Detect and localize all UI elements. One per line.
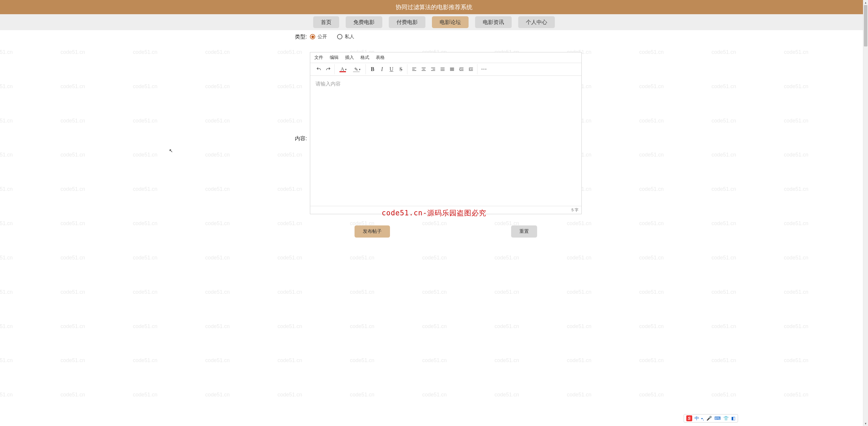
watermark-text: code51.cn — [639, 255, 664, 261]
scroll-down-button[interactable]: ▼ — [863, 421, 868, 426]
editor-toolbar: A▾✎▾BIUS··· — [310, 63, 582, 76]
watermark-text: code51.cn — [133, 358, 157, 364]
strike-button[interactable]: S — [397, 65, 405, 74]
toolbar-group-1: A▾✎▾ — [335, 64, 366, 74]
align-justify-button[interactable] — [438, 65, 447, 74]
ime-item-0[interactable]: 中 — [694, 416, 699, 421]
watermark-text: code51.cn — [61, 152, 85, 158]
watermark-text: code51.cn — [0, 358, 13, 364]
indent-in-button[interactable] — [466, 65, 475, 74]
watermark-text: code51.cn — [0, 323, 13, 330]
watermark-text: code51.cn — [133, 118, 157, 124]
editor-menu-2[interactable]: 插入 — [345, 55, 354, 60]
editor-menu-4[interactable]: 表格 — [376, 55, 385, 60]
watermark-text: code51.cn — [61, 392, 85, 398]
editor-menubar: 文件编辑插入格式表格 — [310, 52, 582, 63]
nav-item-2[interactable]: 付费电影 — [389, 16, 426, 28]
undo-button[interactable] — [314, 65, 323, 74]
align-center-button[interactable] — [419, 65, 428, 74]
type-label: 类型: — [286, 33, 310, 40]
watermark-text: code51.cn — [205, 118, 230, 124]
vertical-scrollbar[interactable]: ▲ ▼ — [863, 0, 868, 426]
radio-label: 公开 — [318, 34, 327, 40]
more-button[interactable]: ··· — [480, 65, 489, 74]
align-dist-button[interactable] — [447, 65, 457, 74]
watermark-text: code51.cn — [205, 83, 230, 90]
content-row: 内容: 文件编辑插入格式表格 A▾✎▾BIUS··· 请输入内容 5 字 — [286, 52, 582, 214]
ime-item-3[interactable]: ⌨ — [714, 416, 721, 421]
bold-button[interactable]: B — [368, 65, 377, 74]
form-buttons: 发布帖子 重置 — [310, 217, 582, 240]
textcolor-button[interactable]: A▾ — [337, 65, 350, 74]
toolbar-group-4: ··· — [478, 64, 490, 74]
nav-item-1[interactable]: 免费电影 — [346, 16, 382, 28]
ime-logo-icon[interactable]: S — [686, 415, 692, 421]
editor-menu-0[interactable]: 文件 — [314, 55, 323, 60]
watermark-text: code51.cn — [350, 323, 374, 330]
submit-button[interactable]: 发布帖子 — [354, 225, 390, 237]
watermark-text: code51.cn — [133, 289, 157, 295]
watermark-text: code51.cn — [711, 118, 736, 124]
ime-item-2[interactable]: 🎤 — [706, 416, 712, 421]
watermark-text: code51.cn — [0, 392, 13, 398]
top-banner: 协同过滤算法的电影推荐系统 — [0, 0, 868, 14]
watermark-text: code51.cn — [639, 186, 664, 192]
align-right-button[interactable] — [429, 65, 438, 74]
watermark-text: code51.cn — [711, 186, 736, 192]
content-label: 内容: — [286, 52, 310, 142]
toolbar-group-2: BIUS — [366, 64, 407, 74]
watermark-text: code51.cn — [567, 323, 591, 330]
watermark-text: code51.cn — [639, 323, 664, 330]
radio-circle-icon — [337, 34, 342, 39]
underline-button[interactable]: U — [387, 65, 396, 74]
type-radio-1[interactable]: 私人 — [337, 34, 354, 40]
watermark-text: code51.cn — [0, 255, 13, 261]
ime-toolbar[interactable]: S 中•,🎤⌨👕◧ — [684, 414, 738, 422]
type-row: 类型: 公开私人 — [286, 33, 582, 40]
watermark-text: code51.cn — [133, 255, 157, 261]
mouse-cursor-icon: ↖ — [169, 148, 173, 153]
watermark-text: code51.cn — [0, 289, 13, 295]
watermark-text: code51.cn — [784, 289, 808, 295]
watermark-text: code51.cn — [205, 49, 230, 55]
scroll-thumb[interactable] — [864, 5, 867, 47]
nav-item-0[interactable]: 首页 — [313, 16, 339, 28]
ime-item-5[interactable]: ◧ — [731, 416, 735, 421]
watermark-text: code51.cn — [784, 83, 808, 90]
nav-item-5[interactable]: 个人中心 — [518, 16, 555, 28]
editor-body[interactable]: 请输入内容 — [310, 76, 582, 206]
type-radio-0[interactable]: 公开 — [310, 34, 327, 40]
nav-item-4[interactable]: 电影资讯 — [475, 16, 512, 28]
reset-button[interactable]: 重置 — [511, 225, 537, 237]
ime-item-4[interactable]: 👕 — [723, 416, 729, 421]
watermark-text: code51.cn — [784, 152, 808, 158]
watermark-text: code51.cn — [61, 358, 85, 364]
watermark-text: code51.cn — [277, 358, 302, 364]
watermark-text: code51.cn — [133, 186, 157, 192]
watermark-text: code51.cn — [422, 358, 447, 364]
scroll-up-button[interactable]: ▲ — [863, 0, 868, 5]
radio-label: 私人 — [345, 34, 354, 40]
indent-out-button[interactable] — [457, 65, 466, 74]
editor-menu-1[interactable]: 编辑 — [330, 55, 339, 60]
watermark-text: code51.cn — [784, 220, 808, 227]
nav-item-3[interactable]: 电影论坛 — [432, 16, 469, 28]
watermark-text: code51.cn — [784, 358, 808, 364]
page-title: 协同过滤算法的电影推荐系统 — [396, 3, 472, 11]
watermark-text: code51.cn — [277, 323, 302, 330]
watermark-text: code51.cn — [495, 255, 519, 261]
hilite-button[interactable]: ✎▾ — [351, 65, 364, 74]
watermark-text: code51.cn — [711, 392, 736, 398]
editor-menu-3[interactable]: 格式 — [361, 55, 369, 60]
italic-button[interactable]: I — [378, 65, 386, 74]
watermark-text: code51.cn — [350, 392, 374, 398]
editor-status: 5 字 — [310, 206, 582, 214]
watermark-text: code51.cn — [567, 255, 591, 261]
align-left-button[interactable] — [410, 65, 418, 74]
watermark-text: code51.cn — [495, 289, 519, 295]
ime-item-1[interactable]: •, — [701, 416, 704, 421]
watermark-text: code51.cn — [0, 220, 13, 227]
watermark-text: code51.cn — [133, 323, 157, 330]
watermark-text: code51.cn — [495, 358, 519, 364]
redo-button[interactable] — [324, 65, 333, 74]
